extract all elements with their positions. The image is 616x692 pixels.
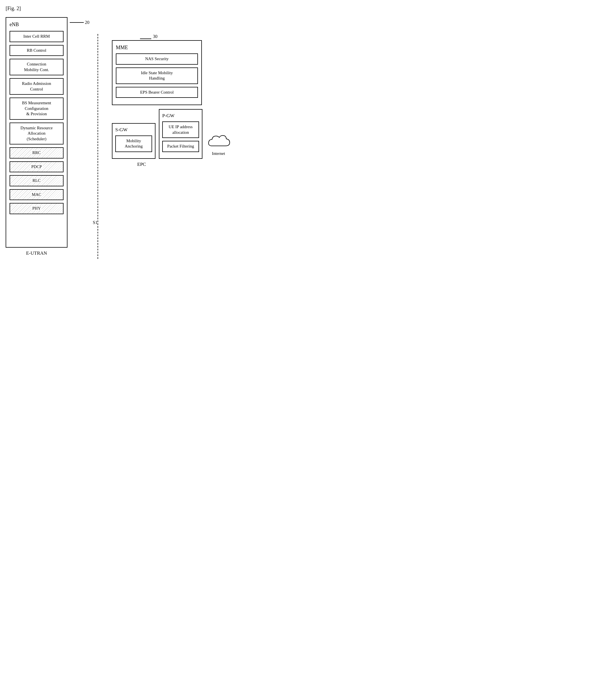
- enb-ref: 20: [85, 20, 89, 25]
- internet-label: Internet: [212, 151, 225, 156]
- nas-security-box: NAS Security: [116, 53, 198, 65]
- pgw-title: P-GW: [162, 113, 199, 118]
- inter-cell-rrm-box: Inter Cell RRM: [9, 31, 64, 42]
- s1-label: S1: [93, 220, 98, 225]
- internet-area: Internet: [206, 133, 231, 156]
- pdcp-box: PDCP: [9, 161, 64, 173]
- mobility-anchoring-box: MobilityAnchoring: [115, 135, 152, 152]
- mme-title: MME: [116, 45, 198, 50]
- mac-box: MAC: [9, 189, 64, 200]
- eps-bearer-box: EPS Bearer Control: [116, 87, 198, 98]
- sgw-title: S-GW: [115, 127, 152, 133]
- mme-ref: 30: [153, 34, 157, 39]
- fig-label: [Fig. 2]: [6, 6, 248, 12]
- radio-admission-box: Radio AdmissionControl: [9, 78, 64, 95]
- bs-measurement-box: BS MeasurementConfiguration& Provision: [9, 98, 64, 120]
- e-utran-label: E-UTRAN: [6, 251, 67, 256]
- connection-mobility-box: ConnectionMobility Cont.: [9, 59, 64, 75]
- sgw-block: S-GW MobilityAnchoring: [112, 123, 155, 159]
- idle-state-box: Idle State MobilityHandling: [116, 67, 198, 84]
- phy-box: PHY: [9, 203, 64, 214]
- rb-control-box: RB Control: [9, 45, 64, 56]
- ue-ip-box: UE IP addressallocation: [162, 122, 199, 138]
- cloud-icon: [206, 133, 231, 150]
- rrc-box: RRC: [9, 147, 64, 158]
- packet-filtering-box: Packet Filtering: [162, 141, 199, 152]
- mme-block: MME NAS Security Idle State MobilityHand…: [112, 40, 202, 105]
- pgw-block: P-GW UE IP addressallocation Packet Filt…: [159, 109, 203, 159]
- epc-label: EPC: [137, 161, 146, 167]
- enb-block: eNB Inter Cell RRM RB Control Connection…: [6, 17, 67, 247]
- dynamic-resource-box: Dynamic ResourceAllocation(Scheduler): [9, 123, 64, 145]
- enb-title: eNB: [9, 22, 64, 27]
- rlc-box: RLC: [9, 175, 64, 186]
